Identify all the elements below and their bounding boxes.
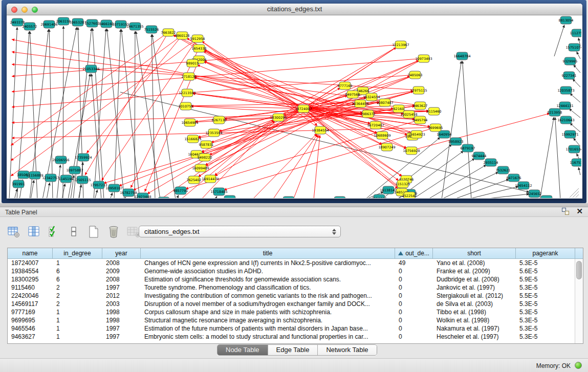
table-cell[interactable]: 0 — [395, 292, 433, 300]
column-header-year[interactable]: year — [102, 248, 141, 258]
table-cell[interactable]: Estimation of the future numbers of pati… — [141, 324, 395, 333]
network-edge[interactable] — [11, 35, 182, 161]
network-node[interactable]: 9551122 — [157, 197, 171, 198]
network-node[interactable]: 2718126 — [182, 73, 197, 80]
network-node[interactable]: 7515526 — [144, 26, 159, 33]
table-cell[interactable]: 5.3E-5 — [516, 308, 575, 316]
minimize-window-button[interactable] — [21, 7, 28, 13]
table-cell[interactable]: 5.5E-5 — [516, 292, 575, 300]
network-edge[interactable] — [441, 172, 498, 198]
table-cell[interactable]: 5.3E-5 — [516, 259, 575, 267]
network-edge[interactable] — [211, 108, 303, 143]
network-edge[interactable] — [57, 165, 60, 198]
network-node[interactable]: 9329965 — [563, 57, 578, 65]
table-cell[interactable]: 0 — [395, 308, 433, 316]
network-edge[interactable] — [107, 29, 124, 198]
table-cell[interactable]: 0 — [395, 300, 433, 308]
table-scrollbar[interactable] — [575, 259, 583, 344]
network-edge[interactable] — [453, 179, 509, 198]
network-node[interactable]: 9587831 — [199, 141, 214, 148]
table-cell[interactable]: 1997 — [102, 324, 141, 333]
network-edge[interactable] — [573, 79, 580, 87]
column-header-out_de[interactable]: out_de... — [395, 248, 433, 258]
table-cell[interactable]: Investigating the contribution of common… — [141, 292, 395, 300]
network-edge[interactable] — [578, 167, 580, 175]
new-column-icon[interactable] — [87, 225, 100, 238]
network-node[interactable]: 5498220 — [198, 154, 212, 161]
network-node[interactable]: 2063159 — [56, 17, 71, 25]
table-cell[interactable]: 2008 — [102, 259, 141, 267]
network-node[interactable]: 9245652 — [527, 190, 542, 198]
table-cell[interactable]: 5.3E-5 — [516, 300, 575, 308]
table-cell[interactable]: Embryonic stem cells: a model to study s… — [141, 333, 395, 341]
network-node[interactable]: 5912954 — [190, 35, 205, 42]
table-cell[interactable]: Jankovic et al. (1997) — [433, 283, 516, 292]
zoom-window-button[interactable] — [32, 7, 38, 13]
network-edge[interactable] — [12, 64, 419, 90]
table-cell[interactable]: Wolkin et al. (1998) — [433, 316, 516, 324]
network-edge[interactable] — [110, 192, 113, 198]
network-node[interactable]: 9115460 — [427, 107, 442, 115]
table-cell[interactable]: 14569117 — [8, 300, 53, 308]
table-cell[interactable]: 2012 — [102, 292, 141, 300]
table-cell[interactable]: 2008 — [102, 275, 141, 283]
network-node[interactable]: 12353594 — [205, 129, 222, 137]
table-row[interactable]: 1938455462009Genome-wide association stu… — [8, 267, 583, 275]
network-node[interactable]: 9777169 — [338, 82, 353, 90]
network-edge[interactable] — [209, 108, 303, 155]
table-cell[interactable]: 9777169 — [8, 308, 53, 316]
network-node[interactable]: 989015 — [186, 59, 199, 67]
network-node[interactable]: 6497568 — [345, 91, 360, 98]
column-header-title[interactable]: title — [141, 248, 395, 258]
table-row[interactable]: 977716911998Corpus callosum shape and si… — [8, 308, 583, 316]
table-cell[interactable]: Structural magnetic resonance image aver… — [141, 316, 395, 324]
table-row[interactable]: 969969511998Structural magnetic resonanc… — [8, 316, 583, 324]
network-node[interactable]: 1151325 — [396, 180, 410, 188]
network-edge[interactable] — [121, 29, 140, 198]
cell-view-icon[interactable] — [67, 225, 80, 238]
table-cell[interactable]: 2 — [53, 283, 102, 292]
network-edge[interactable] — [136, 31, 160, 198]
network-edge[interactable] — [412, 158, 475, 198]
table-row[interactable]: 1872400712008Changes of HCN gene express… — [8, 259, 583, 267]
table-row[interactable]: 911546021997Tourette syndrome. Phenomeno… — [8, 283, 583, 292]
network-node[interactable]: 1112752 — [570, 29, 581, 37]
network-edge[interactable] — [555, 117, 560, 198]
network-node[interactable]: 9699695 — [428, 124, 443, 132]
table-cell[interactable]: 5.3E-5 — [516, 333, 575, 341]
network-node[interactable]: 12342757 — [42, 174, 59, 182]
network-node[interactable]: 62160 — [393, 105, 404, 113]
network-node[interactable]: 20691406 — [40, 20, 57, 28]
network-window-titlebar[interactable]: citations_edges.txt — [7, 4, 582, 15]
network-edge[interactable] — [540, 117, 554, 198]
network-edge[interactable] — [252, 134, 317, 198]
table-cell[interactable]: 22420046 — [8, 292, 53, 300]
network-node[interactable]: 9227341 — [562, 72, 577, 79]
table-cell[interactable]: 5.6E-5 — [516, 267, 575, 275]
table-cell[interactable]: 1997 — [102, 333, 141, 341]
network-view-window[interactable]: citations_edges.txt 24933782405572206914… — [7, 4, 582, 199]
network-node[interactable]: 16914479 — [202, 175, 219, 183]
network-node[interactable]: 12975115 — [410, 86, 427, 94]
network-node[interactable]: 12213967 — [392, 41, 409, 49]
network-node[interactable]: 21053346 — [82, 65, 99, 73]
network-node[interactable]: 9860128 — [175, 32, 190, 39]
table-cell[interactable]: 1 — [53, 316, 102, 324]
table-cell[interactable]: 49 — [395, 259, 433, 267]
network-node[interactable]: 9951421 — [333, 196, 347, 198]
table-cell[interactable]: 0 — [395, 324, 433, 333]
network-node[interactable]: 9495794 — [413, 116, 428, 124]
table-cell[interactable]: 5.3E-5 — [516, 283, 575, 292]
network-node[interactable]: 12505115 — [74, 176, 91, 184]
table-cell[interactable]: Corpus callosum shape and size in male p… — [141, 308, 395, 316]
table-cell[interactable]: 5.9E-5 — [516, 275, 575, 283]
table-cell[interactable]: 0 — [395, 316, 433, 324]
network-edge[interactable] — [62, 184, 65, 198]
network-edge[interactable] — [554, 25, 564, 56]
network-node[interactable]: 7663822 — [161, 29, 176, 36]
network-node[interactable]: 7485063 — [408, 71, 423, 79]
table-row[interactable]: 946554611997Estimation of the future num… — [8, 324, 583, 333]
tab-node-table[interactable]: Node Table — [217, 345, 268, 355]
network-node[interactable]: 1203941 — [281, 196, 296, 198]
network-canvas[interactable]: 2493378240557220691406206315910653287152… — [7, 15, 581, 198]
